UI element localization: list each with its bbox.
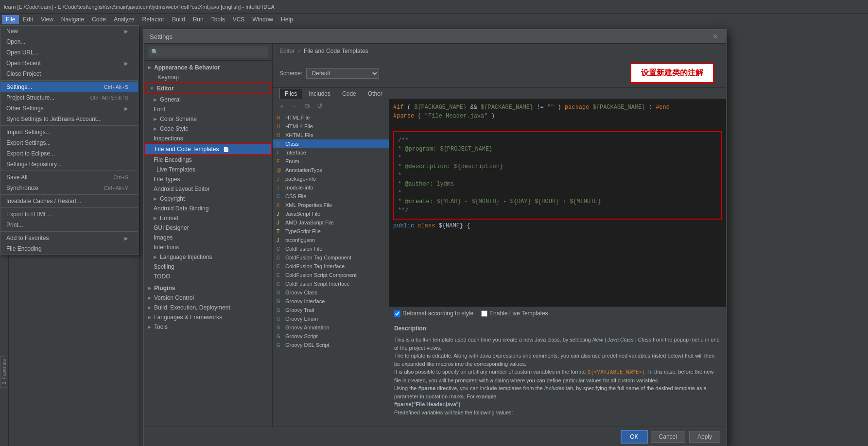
menu-item-settings[interactable]: Settings... Ctrl+Alt+S (0, 82, 138, 92)
settings-item-colorscheme[interactable]: ▶ Color Scheme (144, 114, 272, 124)
list-item-annotationtype[interactable]: @ AnnotationType (273, 166, 389, 174)
settings-item-livetemplates[interactable]: Live Templates (144, 165, 272, 174)
reset-template-button[interactable]: ↺ (314, 101, 325, 111)
scheme-select[interactable]: Default (306, 68, 379, 79)
menu-item-export-eclipse[interactable]: Export to Eclipse... (0, 148, 138, 159)
favorites-tab[interactable]: 2: Favorites (0, 356, 8, 388)
menu-item-add-favorites[interactable]: Add to Favorites ▶ (0, 233, 138, 243)
menu-item-new[interactable]: New ▶ (0, 26, 138, 36)
menu-item-open[interactable]: Open... (0, 36, 138, 47)
menu-run[interactable]: Run (189, 15, 208, 24)
list-item-groovy-class[interactable]: G Groovy Class (273, 288, 389, 297)
settings-item-tools[interactable]: ▶ Tools (144, 322, 272, 332)
settings-item-copyright[interactable]: ▶ Copyright (144, 194, 272, 204)
menu-build[interactable]: Build (168, 15, 189, 24)
menu-analyze[interactable]: Analyze (110, 15, 139, 24)
list-item-typescript[interactable]: T TypeScript File (273, 227, 389, 236)
reformat-checkbox[interactable] (394, 310, 400, 317)
menu-item-project-structure[interactable]: Project Structure... Ctrl+Alt+Shift+S (0, 92, 138, 103)
settings-item-appearance[interactable]: ▶ Appearance & Behavior (144, 63, 272, 72)
code-editor[interactable]: #if ( ${PACKAGE_NAME} && ${PACKAGE_NAME}… (389, 99, 726, 307)
list-item-module-info[interactable]: J module-info (273, 183, 389, 192)
menu-code[interactable]: Code (88, 15, 110, 24)
list-item-cf-script-interface[interactable]: C ColdFusion Script Interface (273, 279, 389, 288)
menu-file[interactable]: File (2, 15, 19, 24)
list-item-html-file[interactable]: H HTML File (273, 113, 389, 122)
list-item-class[interactable]: C Class (273, 139, 389, 148)
apply-button[interactable]: Apply (689, 431, 720, 443)
menu-vcs[interactable]: VCS (229, 15, 249, 24)
list-item-html4-file[interactable]: H HTML4 File (273, 122, 389, 131)
list-item-coldfusion-file[interactable]: C ColdFusion File (273, 244, 389, 253)
menu-item-open-recent[interactable]: Open Recent ▶ (0, 58, 138, 69)
settings-item-vcs[interactable]: ▶ Version Control (144, 293, 272, 303)
list-item-cf-tag-component[interactable]: C ColdFusion Tag Component (273, 253, 389, 262)
menu-edit[interactable]: Edit (19, 15, 37, 24)
menu-tools[interactable]: Tools (208, 15, 229, 24)
settings-search-input[interactable] (148, 47, 268, 57)
tab-includes[interactable]: Includes (303, 88, 336, 99)
settings-group-plugins[interactable]: ▶ Plugins (144, 283, 272, 293)
list-item-enum[interactable]: E Enum (273, 157, 389, 166)
cancel-button[interactable]: Cancel (651, 431, 685, 443)
list-item-cf-tag-interface[interactable]: C ColdFusion Tag Interface (273, 262, 389, 271)
menu-refactor[interactable]: Refactor (139, 15, 168, 24)
settings-item-databinding[interactable]: Android Data Binding (144, 204, 272, 213)
settings-item-intentions[interactable]: Intentions (144, 242, 272, 252)
tab-files[interactable]: Files (279, 88, 302, 99)
settings-item-androidlayout[interactable]: Android Layout Editor (144, 184, 272, 194)
list-item-cf-script-component[interactable]: C ColdFusion Script Component (273, 271, 389, 279)
list-item-amd-javascript[interactable]: J AMD JavaScript File (273, 218, 389, 227)
menu-item-import-settings[interactable]: Import Settings... (0, 127, 138, 137)
settings-item-fileencodings[interactable]: File Encodings (144, 155, 272, 165)
settings-item-images[interactable]: Images (144, 233, 272, 242)
list-item-groovy-annotation[interactable]: G Groovy Annotation (273, 323, 389, 332)
settings-item-build[interactable]: ▶ Build, Execution, Deployment (144, 303, 272, 312)
settings-item-font[interactable]: Font (144, 104, 272, 114)
menu-item-other-settings[interactable]: Other Settings ▶ (0, 103, 138, 114)
menu-item-file-encoding[interactable]: File Encoding (0, 243, 138, 254)
tab-other[interactable]: Other (363, 88, 388, 99)
menu-item-export-settings[interactable]: Export Settings... (0, 137, 138, 148)
enable-live-templates-label[interactable]: Enable Live Templates (481, 310, 548, 317)
settings-item-guidesigner[interactable]: GUI Designer (144, 223, 272, 233)
list-item-xhtml-file[interactable]: H XHTML File (273, 131, 389, 139)
settings-item-todo[interactable]: TODO (144, 272, 272, 281)
reformat-checkbox-label[interactable]: Reformat according to style (394, 310, 473, 317)
list-item-groovy-enum[interactable]: G Groovy Enum (273, 314, 389, 323)
settings-item-keymap[interactable]: Keymap (144, 72, 272, 82)
menu-item-save-all[interactable]: Save All Ctrl+S (0, 172, 138, 183)
add-template-button[interactable]: + (277, 101, 287, 111)
tab-code[interactable]: Code (337, 88, 362, 99)
settings-item-spelling[interactable]: Spelling (144, 262, 272, 272)
menu-item-sync-settings[interactable]: Sync Settings to JetBrains Account... (0, 114, 138, 124)
menu-help[interactable]: Help (277, 15, 297, 24)
list-item-tsconfig[interactable]: J tsconfig.json (273, 236, 389, 244)
menu-item-settings-repository[interactable]: Settings Repository... (0, 159, 138, 170)
menu-item-close-project[interactable]: Close Project (0, 69, 138, 79)
dialog-close-button[interactable]: ✕ (711, 33, 720, 40)
remove-template-button[interactable]: − (289, 101, 300, 111)
menu-window[interactable]: Window (248, 15, 277, 24)
list-item-groovy-script[interactable]: G Groovy Script (273, 332, 389, 341)
list-item-groovy-dsl[interactable]: G Groovy DSL Script (273, 341, 389, 349)
settings-item-inspections[interactable]: Inspections (144, 134, 272, 143)
menu-item-print[interactable]: Print... (0, 220, 138, 230)
settings-item-editor[interactable]: ▼ Editor (145, 83, 271, 94)
list-item-javascript-file[interactable]: J JavaScript File (273, 209, 389, 218)
settings-item-general[interactable]: ▶ General (144, 95, 272, 104)
copy-template-button[interactable]: ⧉ (302, 101, 312, 111)
menu-navigate[interactable]: Navigate (57, 15, 88, 24)
menu-item-synchronize[interactable]: Synchronize Ctrl+Alt+Y (0, 183, 138, 193)
list-item-package-info[interactable]: J package-info (273, 174, 389, 183)
settings-item-filetypes[interactable]: File Types (144, 174, 272, 184)
ok-button[interactable]: OK (622, 431, 646, 443)
settings-item-languageinjections[interactable]: ▶ Language Injections (144, 252, 272, 262)
settings-item-codestyle[interactable]: ▶ Code Style (144, 124, 272, 134)
list-item-groovy-trait[interactable]: G Groovy Trait (273, 306, 389, 314)
menu-item-export-html[interactable]: Export to HTML... (0, 209, 138, 220)
list-item-xml-properties[interactable]: X XML Properties File (273, 201, 389, 209)
menu-item-open-url[interactable]: Open URL... (0, 47, 138, 58)
list-item-css-file[interactable]: C CSS File (273, 192, 389, 201)
list-item-interface[interactable]: I Interface (273, 148, 389, 157)
